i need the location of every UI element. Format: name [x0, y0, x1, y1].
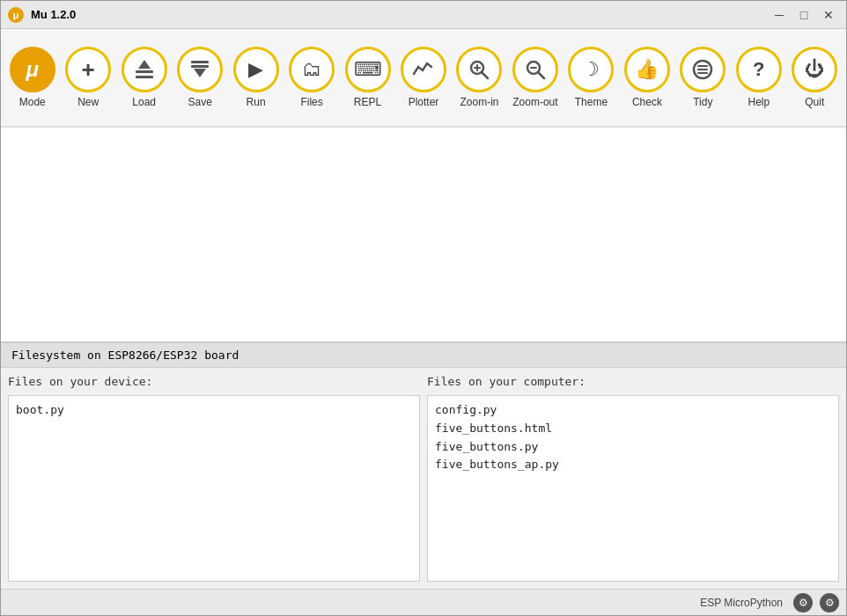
new-label: New — [77, 96, 99, 108]
device-files-column: Files on your device: boot.py — [8, 375, 420, 582]
run-button[interactable]: ▶ Run — [228, 33, 284, 121]
plotter-label: Plotter — [409, 96, 439, 108]
save-button[interactable]: Save — [172, 33, 227, 121]
zoom-in-icon — [456, 47, 502, 92]
zoom-out-button[interactable]: Zoom-out — [507, 33, 563, 121]
status-text: ESP MicroPython — [700, 597, 783, 609]
run-icon: ▶ — [233, 47, 279, 92]
mode-icon: μ — [10, 47, 55, 92]
quit-icon: ⏻ — [792, 47, 837, 92]
check-icon: 👍 — [624, 47, 670, 92]
status-bar: ESP MicroPython ⚙ ⚙ — [1, 589, 846, 615]
quit-button[interactable]: ⏻ Quit — [787, 33, 843, 121]
help-button[interactable]: ? Help — [731, 33, 786, 121]
tidy-button[interactable]: Tidy — [675, 33, 731, 121]
close-button[interactable]: ✕ — [818, 6, 839, 24]
app-title: Mu 1.2.0 — [31, 8, 769, 21]
file-item[interactable]: boot.py — [16, 401, 412, 420]
status-icon-1[interactable]: ⚙ — [793, 593, 813, 612]
theme-label: Theme — [575, 96, 608, 108]
computer-files-label: Files on your computer: — [427, 375, 839, 388]
svg-marker-4 — [194, 69, 206, 77]
device-files-label: Files on your device: — [8, 375, 420, 388]
mode-label: Mode — [19, 96, 46, 108]
zoom-out-label: Zoom-out — [512, 96, 557, 108]
title-bar: μ Mu 1.2.0 ─ □ ✕ — [1, 1, 846, 29]
files-panel: Filesystem on ESP8266/ESP32 board Files … — [1, 342, 846, 589]
load-label: Load — [132, 96, 156, 108]
run-label: Run — [247, 96, 266, 108]
files-label: Files — [300, 96, 322, 108]
files-columns: Files on your device: boot.py Files on y… — [1, 368, 846, 589]
svg-marker-1 — [138, 60, 151, 69]
tidy-icon — [680, 47, 725, 92]
help-label: Help — [748, 96, 770, 108]
file-item[interactable]: five_buttons.py — [435, 438, 831, 457]
theme-button[interactable]: ☽ Theme — [563, 33, 619, 121]
repl-button[interactable]: ⌨ REPL — [340, 33, 395, 121]
svg-rect-5 — [191, 61, 209, 63]
computer-file-list[interactable]: config.pyfive_buttons.htmlfive_buttons.p… — [427, 395, 839, 582]
repl-icon: ⌨ — [345, 47, 391, 92]
toolbar: μ Mode + New Load Save ▶ Run — [1, 29, 846, 128]
new-icon: + — [65, 47, 111, 92]
minimize-button[interactable]: ─ — [769, 6, 790, 24]
svg-rect-2 — [136, 76, 153, 78]
tidy-label: Tidy — [693, 96, 712, 108]
load-icon — [122, 47, 167, 92]
check-label: Check — [632, 96, 662, 108]
new-button[interactable]: + New — [60, 33, 115, 121]
svg-line-7 — [482, 72, 488, 78]
check-button[interactable]: 👍 Check — [619, 33, 674, 121]
zoom-out-icon — [512, 47, 558, 92]
svg-rect-0 — [136, 70, 153, 73]
maximize-button[interactable]: □ — [793, 6, 814, 24]
files-button[interactable]: 🗂 Files — [284, 33, 339, 121]
plotter-icon — [401, 47, 446, 92]
device-file-list[interactable]: boot.py — [8, 395, 420, 582]
help-icon: ? — [736, 47, 782, 92]
load-button[interactable]: Load — [116, 33, 172, 121]
plotter-button[interactable]: Plotter — [395, 33, 451, 121]
svg-rect-3 — [191, 65, 209, 68]
computer-files-column: Files on your computer: config.pyfive_bu… — [427, 375, 839, 582]
zoom-in-label: Zoom-in — [460, 96, 498, 108]
editor-area[interactable] — [1, 128, 846, 342]
status-icon-2[interactable]: ⚙ — [820, 593, 839, 612]
file-item[interactable]: config.py — [435, 401, 831, 420]
svg-line-11 — [538, 72, 544, 78]
files-panel-header: Filesystem on ESP8266/ESP32 board — [1, 343, 846, 368]
repl-label: REPL — [354, 96, 381, 108]
mode-button[interactable]: μ Mode — [4, 33, 60, 121]
theme-icon: ☽ — [568, 47, 614, 92]
save-label: Save — [188, 96, 211, 108]
zoom-in-button[interactable]: Zoom-in — [452, 33, 507, 121]
file-item[interactable]: five_buttons.html — [435, 420, 831, 438]
files-icon: 🗂 — [289, 47, 335, 92]
save-icon — [177, 47, 223, 92]
app-logo: μ — [8, 7, 24, 23]
window-controls: ─ □ ✕ — [769, 6, 839, 24]
file-item[interactable]: five_buttons_ap.py — [435, 456, 831, 474]
quit-label: Quit — [805, 96, 824, 108]
